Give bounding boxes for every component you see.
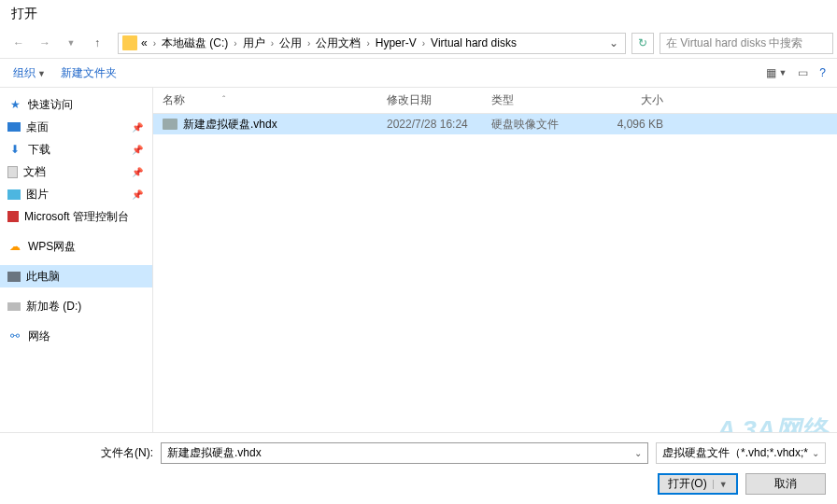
chevron-down-icon[interactable]: ⌄ [634,448,642,458]
new-folder-button[interactable]: 新建文件夹 [53,62,124,85]
drive-icon [7,302,21,311]
sidebar-item-network[interactable]: ⚯网络 [0,325,152,347]
back-button[interactable]: ← [9,34,28,52]
file-size: 4,096 KB [594,118,678,131]
sidebar-item-mmc[interactable]: Microsoft 管理控制台 [0,205,152,228]
pin-icon: 📌 [132,122,145,133]
sidebar-item-volume-d[interactable]: 新加卷 (D:) [0,295,152,317]
search-input[interactable]: 在 Virtual hard disks 中搜索 [660,33,833,54]
open-button[interactable]: 打开(O)▼ [658,473,738,495]
breadcrumb-item[interactable]: Virtual hard disks [429,36,518,49]
toolbar: 组织▼ 新建文件夹 ▦ ▼ ▭ ? [0,58,837,88]
view-options-button[interactable]: ▦ ▼ [760,63,792,83]
pin-icon: 📌 [132,167,145,177]
file-row[interactable]: 新建虚拟硬盘.vhdx 2022/7/28 16:24 硬盘映像文件 4,096… [153,114,837,134]
sidebar-item-desktop[interactable]: 桌面📌 [0,116,152,138]
pc-icon [7,272,21,282]
column-date[interactable]: 修改日期 [387,92,491,108]
file-name: 新建虚拟硬盘.vhdx [183,117,277,133]
sidebar-item-quick-access[interactable]: ★快速访问 [0,93,152,116]
picture-icon [7,189,21,200]
breadcrumb-item[interactable]: 公用 [277,35,304,51]
help-button[interactable]: ? [814,63,831,83]
breadcrumb-item[interactable]: Hyper-V [374,36,418,49]
dialog-title: 打开 [0,0,837,28]
address-bar: ← → ▼ ↑ «› 本地磁盘 (C:)› 用户› 公用› 公用文档› Hype… [0,28,837,58]
cancel-button[interactable]: 取消 [745,473,826,495]
preview-pane-button[interactable]: ▭ [792,63,814,83]
file-date: 2022/7/28 16:24 [387,118,491,131]
mmc-icon [7,211,19,222]
filename-label: 文件名(N): [11,445,153,461]
sidebar: ★快速访问 桌面📌 ⬇下载📌 文档📌 图片📌 Microsoft 管理控制台 ☁… [0,88,153,442]
chevron-down-icon[interactable]: ⌄ [812,448,819,458]
sort-indicator-icon: ˆ [222,95,225,105]
desktop-icon [7,122,21,132]
download-icon: ⬇ [7,142,22,157]
column-size[interactable]: 大小 [594,92,678,108]
breadcrumb-item[interactable]: 本地磁盘 (C:) [160,35,230,51]
column-name[interactable]: 名称ˆ [163,92,387,108]
filetype-filter[interactable]: 虚拟硬盘文件（*.vhd;*.vhdx;*⌄ [656,442,826,464]
sidebar-item-pictures[interactable]: 图片📌 [0,183,152,205]
breadcrumb-item[interactable]: « [139,36,149,49]
pin-icon: 📌 [132,189,145,200]
sidebar-item-wps[interactable]: ☁WPS网盘 [0,235,152,258]
breadcrumb-item[interactable]: 用户 [241,35,267,51]
document-icon [7,166,18,178]
file-list: 名称ˆ 修改日期 类型 大小 新建虚拟硬盘.vhdx 2022/7/28 16:… [153,88,837,442]
chevron-down-icon[interactable]: ⌄ [606,36,621,49]
vhdx-icon [163,119,177,130]
forward-button[interactable]: → [35,34,54,52]
sidebar-item-downloads[interactable]: ⬇下载📌 [0,138,152,161]
file-type: 硬盘映像文件 [491,117,594,133]
column-type[interactable]: 类型 [491,92,594,108]
sidebar-item-this-pc[interactable]: 此电脑 [0,265,152,287]
organize-button[interactable]: 组织▼ [6,62,53,85]
sidebar-item-documents[interactable]: 文档📌 [0,161,152,183]
star-icon: ★ [7,97,22,112]
recent-dropdown[interactable]: ▼ [62,34,80,52]
column-headers: 名称ˆ 修改日期 类型 大小 [153,88,837,114]
up-button[interactable]: ↑ [88,34,106,52]
cloud-icon: ☁ [7,239,22,254]
folder-icon [122,35,137,50]
breadcrumb-item[interactable]: 公用文档 [314,35,362,51]
network-icon: ⚯ [7,329,22,343]
footer: 文件名(N): 新建虚拟硬盘.vhdx⌄ 虚拟硬盘文件（*.vhd;*.vhdx… [0,432,837,504]
breadcrumb[interactable]: «› 本地磁盘 (C:)› 用户› 公用› 公用文档› Hyper-V› Vir… [118,33,626,54]
filename-input[interactable]: 新建虚拟硬盘.vhdx⌄ [161,442,648,464]
pin-icon: 📌 [132,145,145,155]
split-dropdown-icon[interactable]: ▼ [713,480,728,489]
refresh-button[interactable]: ↻ [631,33,654,54]
